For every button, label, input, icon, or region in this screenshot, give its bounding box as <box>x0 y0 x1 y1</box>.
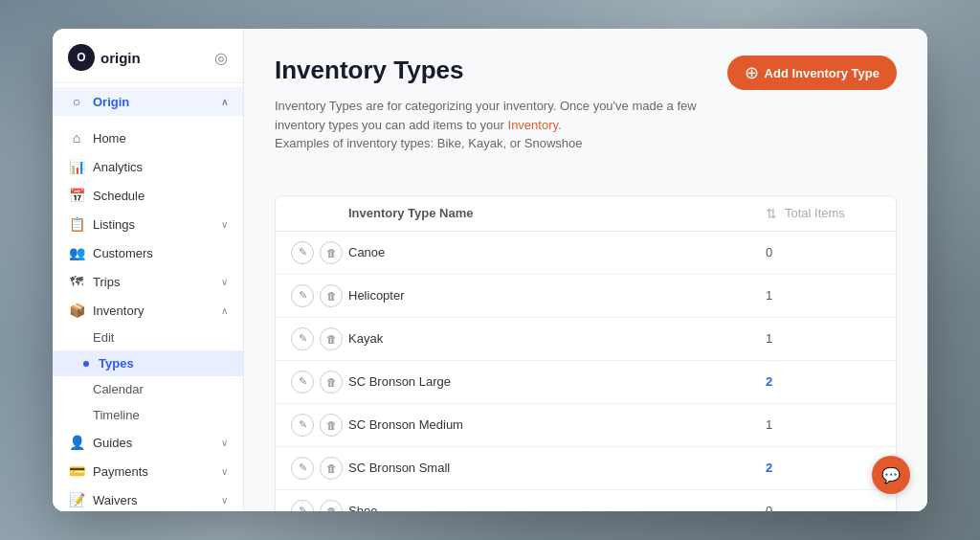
listings-icon: 📋 <box>68 216 85 232</box>
schedule-icon: 📅 <box>68 188 85 203</box>
row-name: Canoe <box>348 245 766 259</box>
customers-icon: 👥 <box>68 245 85 260</box>
chevron-down-icon: ∨ <box>221 438 228 448</box>
edit-button[interactable]: ✎ <box>291 284 314 307</box>
delete-button[interactable]: 🗑 <box>320 414 343 437</box>
row-actions: ✎ 🗑 <box>291 500 348 512</box>
table-header: Inventory Type Name ⇅ Total Items <box>276 196 896 232</box>
row-total: 1 <box>766 288 880 303</box>
chevron-up-icon: ∧ <box>221 97 228 107</box>
col-actions <box>291 206 348 221</box>
row-total: 1 <box>766 331 880 346</box>
sidebar-item-guides[interactable]: 👤 Guides ∨ <box>53 428 243 457</box>
sort-icon[interactable]: ⇅ <box>766 206 777 221</box>
edit-button[interactable]: ✎ <box>291 500 314 512</box>
table-row: ✎ 🗑 Canoe 0 <box>276 232 896 275</box>
row-name: SC Bronson Medium <box>348 417 766 432</box>
sidebar-item-label: Analytics <box>93 160 143 174</box>
payments-icon: 💳 <box>68 463 85 479</box>
chevron-up-icon: ∧ <box>221 305 228 316</box>
inventory-link[interactable]: Inventory. <box>508 118 562 132</box>
sidebar-sub-timeline[interactable]: Timeline <box>53 402 243 428</box>
sub-item-label: Types <box>99 356 134 371</box>
delete-button[interactable]: 🗑 <box>320 241 343 264</box>
origin-icon: ○ <box>68 94 85 109</box>
sidebar-item-payments[interactable]: 💳 Payments ∨ <box>53 457 243 485</box>
sub-item-label: Calendar <box>93 382 144 396</box>
sidebar-item-customers[interactable]: 👥 Customers <box>53 238 243 267</box>
title-desc-group: Inventory Types Inventory Types are for … <box>275 56 727 176</box>
sidebar-sub-edit[interactable]: Edit <box>53 325 243 350</box>
row-name: Kayak <box>348 331 766 346</box>
analytics-icon: 📊 <box>68 159 85 174</box>
row-actions: ✎ 🗑 <box>291 284 348 307</box>
row-total: 2 <box>766 374 880 389</box>
delete-button[interactable]: 🗑 <box>320 500 343 512</box>
sidebar-item-label: Home <box>93 131 126 146</box>
table-row: ✎ 🗑 SC Bronson Large 2 <box>276 361 896 404</box>
chat-button[interactable]: 💬 <box>872 456 910 494</box>
row-name: Helicopter <box>348 288 766 303</box>
edit-button[interactable]: ✎ <box>291 371 314 394</box>
row-name: Shoe <box>348 504 766 511</box>
edit-button[interactable]: ✎ <box>291 241 314 264</box>
sidebar-sub-types[interactable]: Types <box>53 350 243 376</box>
chevron-down-icon: ∨ <box>221 466 228 477</box>
sidebar-nav: ⌂ Home 📊 Analytics 📅 Schedule 📋 Listings… <box>53 120 243 511</box>
edit-button[interactable]: ✎ <box>291 414 314 437</box>
trips-icon: 🗺 <box>68 274 85 289</box>
row-name: SC Bronson Small <box>348 461 766 475</box>
sidebar-item-label: Schedule <box>93 189 145 203</box>
delete-button[interactable]: 🗑 <box>320 327 343 350</box>
sidebar-item-label: Trips <box>93 275 120 289</box>
row-actions: ✎ 🗑 <box>291 414 348 437</box>
logo-text: origin <box>100 50 141 66</box>
delete-button[interactable]: 🗑 <box>320 371 343 394</box>
sidebar-item-inventory[interactable]: 📦 Inventory ∧ <box>53 296 243 325</box>
sidebar-sub-calendar[interactable]: Calendar <box>53 376 243 402</box>
logo: O origin <box>68 44 141 71</box>
sidebar-item-trips[interactable]: 🗺 Trips ∨ <box>53 267 243 296</box>
add-inventory-type-button[interactable]: ⊕ Add Inventory Type <box>727 56 897 90</box>
row-total: 0 <box>766 245 880 259</box>
chevron-down-icon: ∨ <box>221 219 228 230</box>
row-actions: ✎ 🗑 <box>291 327 348 350</box>
chevron-down-icon: ∨ <box>221 495 228 506</box>
chevron-down-icon: ∨ <box>221 277 228 287</box>
edit-button[interactable]: ✎ <box>291 327 314 350</box>
sidebar-item-label: Customers <box>93 246 153 260</box>
row-actions: ✎ 🗑 <box>291 241 348 264</box>
sidebar-item-analytics[interactable]: 📊 Analytics <box>53 152 243 181</box>
row-total: 2 <box>766 461 880 475</box>
table-row: ✎ 🗑 SC Bronson Small 2 <box>276 447 896 490</box>
row-total: 1 <box>766 417 880 432</box>
delete-button[interactable]: 🗑 <box>320 457 343 480</box>
col-total: ⇅ Total Items <box>766 206 880 221</box>
page-description: Inventory Types are for categorizing you… <box>275 97 727 153</box>
table-row: ✎ 🗑 SC Bronson Medium 1 <box>276 404 896 447</box>
inventory-icon: 📦 <box>68 303 85 318</box>
page-header: Inventory Types Inventory Types are for … <box>275 56 897 176</box>
guides-icon: 👤 <box>68 435 85 450</box>
edit-button[interactable]: ✎ <box>291 457 314 480</box>
sidebar-item-waivers[interactable]: 📝 Waivers ∨ <box>53 485 243 511</box>
sub-item-label: Edit <box>93 330 114 345</box>
sidebar-item-label: Origin <box>93 95 129 109</box>
sub-item-label: Timeline <box>93 408 140 422</box>
logo-icon: O <box>68 44 95 71</box>
row-total: 0 <box>766 504 880 511</box>
settings-icon[interactable]: ◎ <box>214 49 228 67</box>
sidebar-item-listings[interactable]: 📋 Listings ∨ <box>53 210 243 238</box>
table-row: ✎ 🗑 Helicopter 1 <box>276 275 896 318</box>
delete-button[interactable]: 🗑 <box>320 284 343 307</box>
col-name: Inventory Type Name <box>348 206 766 221</box>
sidebar-item-schedule[interactable]: 📅 Schedule <box>53 181 243 210</box>
plus-icon: ⊕ <box>745 64 759 81</box>
page-title: Inventory Types <box>275 56 727 85</box>
sidebar-item-label: Waivers <box>93 493 137 507</box>
inventory-types-table: Inventory Type Name ⇅ Total Items ✎ 🗑 Ca… <box>275 195 897 512</box>
table-row: ✎ 🗑 Kayak 1 <box>276 318 896 361</box>
row-actions: ✎ 🗑 <box>291 457 348 480</box>
sidebar-item-home[interactable]: ⌂ Home <box>53 124 243 152</box>
sidebar-item-origin[interactable]: ○ Origin ∧ <box>53 87 243 116</box>
